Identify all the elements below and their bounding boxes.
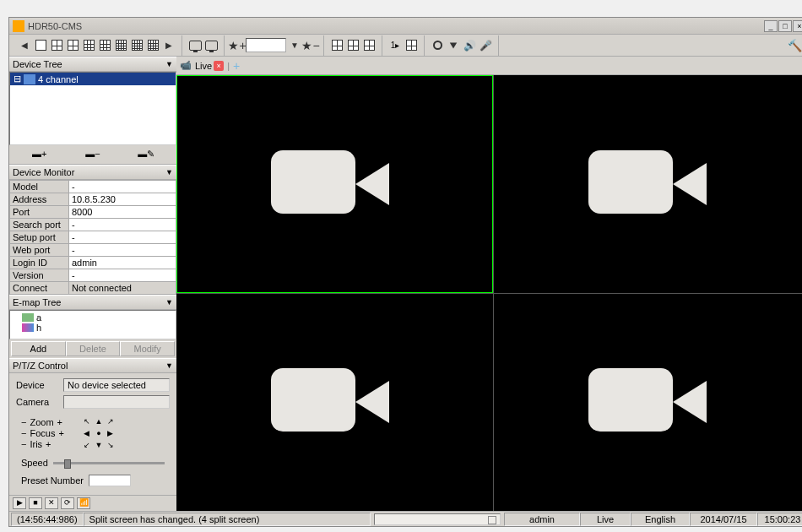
ptz-center[interactable]: ● bbox=[93, 427, 105, 439]
grid-button-2[interactable] bbox=[345, 38, 360, 53]
bottom-btn-5[interactable]: 📶 bbox=[77, 497, 90, 509]
favorite-dropdown[interactable]: ▼ bbox=[287, 38, 302, 53]
favorite-input[interactable] bbox=[246, 38, 286, 52]
video-cell-4[interactable] bbox=[494, 294, 803, 512]
layout-3x3-button[interactable] bbox=[81, 38, 96, 53]
bottom-btn-1[interactable]: ▶ bbox=[13, 497, 26, 509]
iris-out-button[interactable]: − bbox=[21, 439, 26, 449]
video-cell-2[interactable] bbox=[494, 75, 803, 293]
add-tab-button[interactable]: + bbox=[233, 59, 240, 73]
layout-6x6-button[interactable] bbox=[145, 38, 160, 53]
layout-5x5-button[interactable] bbox=[129, 38, 144, 53]
preset-input[interactable] bbox=[89, 475, 131, 486]
iris-in-button[interactable]: + bbox=[46, 439, 51, 449]
page-grid-button[interactable] bbox=[404, 38, 419, 53]
mic-icon: 🎤 bbox=[480, 40, 492, 52]
ptz-down[interactable]: ▼ bbox=[93, 439, 105, 451]
ptz-direction-pad: ↖▲↗ ◀●▶ ↙▼↘ bbox=[81, 415, 117, 451]
sidebar: Device Tree ▼ ⊟ 4 channel ▬+ ▬− ▬✎ Devic… bbox=[9, 57, 176, 511]
layout-2x2-button[interactable] bbox=[49, 38, 64, 53]
page-button[interactable]: 1▸ bbox=[387, 38, 403, 53]
ptz-upright[interactable]: ↗ bbox=[105, 415, 117, 427]
status-date: 2014/07/15 bbox=[690, 513, 757, 526]
snapshot-button[interactable] bbox=[446, 38, 461, 53]
ptz-device-value: No device selected bbox=[63, 378, 170, 392]
focus-out-button[interactable]: − bbox=[21, 428, 26, 438]
speed-slider[interactable] bbox=[53, 462, 165, 464]
emap-header: E-map Tree ▼ bbox=[9, 295, 176, 310]
layout-1p7-button[interactable] bbox=[97, 38, 112, 53]
status-progress bbox=[374, 513, 501, 525]
main-toolbar: ◀ ▶ ★+ ▼ ★− 1▸ bbox=[9, 35, 802, 57]
focus-label: Focus bbox=[30, 428, 55, 438]
layout-1x1-button[interactable] bbox=[33, 38, 48, 53]
add-screen-button[interactable] bbox=[187, 38, 203, 53]
ptz-downright[interactable]: ↘ bbox=[105, 439, 117, 451]
emap-item-h[interactable]: h bbox=[14, 323, 172, 333]
no-signal-icon bbox=[588, 360, 715, 444]
live-tab[interactable]: Live × bbox=[195, 61, 224, 71]
add-favorite-button[interactable]: ★+ bbox=[230, 38, 245, 53]
record-button[interactable] bbox=[430, 38, 445, 53]
focus-in-button[interactable]: + bbox=[58, 428, 63, 438]
app-window: HDR50-CMS _ □ × ◀ ▶ ★+ ▼ ★− bbox=[8, 17, 802, 527]
close-tab-button[interactable]: × bbox=[214, 61, 224, 71]
remove-device-button[interactable]: ▬− bbox=[83, 149, 103, 160]
map-icon bbox=[22, 323, 34, 332]
collapse-icon[interactable]: ▼ bbox=[165, 168, 173, 176]
emap-delete-button[interactable]: Delete bbox=[66, 341, 121, 356]
prev-layout-button[interactable]: ◀ bbox=[17, 38, 32, 53]
grid-button-3[interactable] bbox=[361, 38, 377, 53]
remove-favorite-button[interactable]: ★− bbox=[303, 38, 318, 53]
screen-settings-button[interactable] bbox=[203, 38, 219, 53]
app-icon bbox=[13, 20, 24, 32]
collapse-icon[interactable]: ▼ bbox=[165, 60, 173, 68]
emap-item-a[interactable]: a bbox=[14, 312, 172, 323]
video-cell-3[interactable] bbox=[176, 294, 493, 512]
collapse-icon[interactable]: ▼ bbox=[165, 298, 173, 307]
settings-button[interactable]: 🔨 bbox=[787, 38, 802, 53]
bottom-btn-2[interactable]: ■ bbox=[29, 497, 42, 509]
ptz-upleft[interactable]: ↖ bbox=[81, 415, 93, 427]
device-monitor-header: Device Monitor ▼ bbox=[9, 165, 176, 180]
zoom-in-button[interactable]: + bbox=[57, 417, 62, 427]
grid-button-1[interactable] bbox=[329, 38, 344, 53]
emap-tree[interactable]: a h bbox=[9, 310, 176, 339]
device-tree-header: Device Tree ▼ bbox=[9, 57, 176, 72]
status-mode: Live bbox=[580, 513, 631, 526]
ptz-up[interactable]: ▲ bbox=[93, 415, 105, 427]
bottom-btn-4[interactable]: ⟳ bbox=[61, 497, 74, 509]
close-button[interactable]: × bbox=[793, 20, 802, 32]
next-layout-button[interactable]: ▶ bbox=[161, 38, 176, 53]
device-tree[interactable]: ⊟ 4 channel bbox=[9, 72, 176, 145]
status-time: (14:56:44:986) bbox=[11, 513, 84, 526]
ptz-downleft[interactable]: ↙ bbox=[81, 439, 93, 451]
maximize-button[interactable]: □ bbox=[778, 20, 792, 32]
video-toolbar: 📹 Live × | + bbox=[176, 57, 802, 75]
device-icon bbox=[24, 74, 35, 84]
tree-item-4channel[interactable]: ⊟ 4 channel bbox=[10, 73, 176, 85]
sidebar-bottom-toolbar: ▶ ■ ✕ ⟳ 📶 bbox=[9, 495, 176, 511]
emap-modify-button[interactable]: Modify bbox=[120, 341, 175, 356]
layout-1p5-button[interactable] bbox=[65, 38, 80, 53]
ptz-right[interactable]: ▶ bbox=[105, 427, 117, 439]
emap-add-button[interactable]: Add bbox=[11, 341, 66, 356]
collapse-icon[interactable]: ▼ bbox=[165, 361, 173, 370]
app-title: HDR50-CMS bbox=[28, 21, 763, 31]
no-signal-icon bbox=[271, 142, 398, 226]
ptz-left[interactable]: ◀ bbox=[81, 427, 93, 439]
minimize-button[interactable]: _ bbox=[764, 20, 778, 32]
mic-button[interactable]: 🎤 bbox=[478, 38, 493, 53]
bottom-btn-3[interactable]: ✕ bbox=[45, 497, 58, 509]
device-tree-toolbar: ▬+ ▬− ▬✎ bbox=[9, 145, 176, 165]
video-cell-1[interactable] bbox=[176, 75, 493, 293]
layout-4x4-button[interactable] bbox=[113, 38, 128, 53]
zoom-out-button[interactable]: − bbox=[21, 417, 26, 427]
preset-label: Preset Number bbox=[21, 475, 84, 486]
no-signal-icon bbox=[588, 142, 715, 226]
audio-button[interactable]: 🔊 bbox=[462, 38, 477, 53]
add-device-button[interactable]: ▬+ bbox=[30, 149, 50, 160]
status-user: admin bbox=[504, 513, 580, 526]
statusbar: (14:56:44:986) Split screen has changed.… bbox=[9, 511, 802, 526]
edit-device-button[interactable]: ▬✎ bbox=[136, 149, 156, 160]
